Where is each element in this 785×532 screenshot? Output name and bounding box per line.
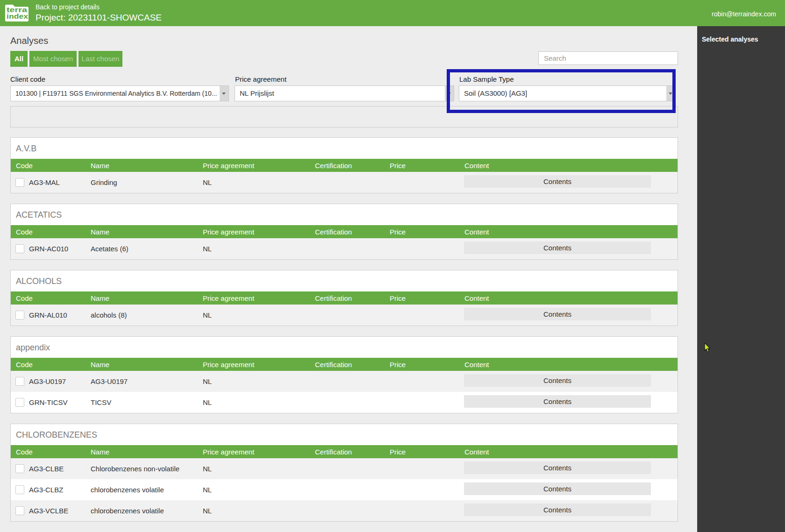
svg-text:index: index — [7, 13, 28, 20]
